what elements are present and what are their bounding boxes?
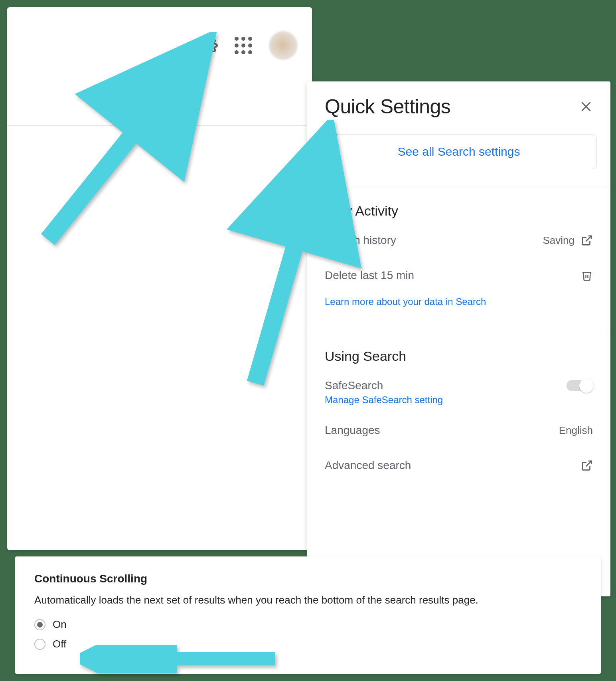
safesearch-toggle[interactable] <box>567 380 593 391</box>
languages-value: English <box>559 424 593 437</box>
header-divider <box>7 125 312 126</box>
trash-icon <box>581 269 593 282</box>
gear-icon[interactable] <box>200 37 218 54</box>
using-search-title: Using Search <box>307 333 610 368</box>
delete-last-15-row[interactable]: Delete last 15 min <box>307 258 610 293</box>
safesearch-row[interactable]: SafeSearch <box>307 368 610 394</box>
external-link-icon <box>581 459 593 471</box>
learn-more-link[interactable]: Learn more about your data in Search <box>307 293 610 315</box>
search-history-label: Search history <box>325 234 396 247</box>
languages-row[interactable]: Languages English <box>307 413 610 448</box>
advanced-search-row[interactable]: Advanced search <box>307 448 610 483</box>
svg-point-0 <box>207 43 211 48</box>
avatar[interactable] <box>269 31 298 60</box>
search-history-status: Saving <box>543 234 575 247</box>
safesearch-label: SafeSearch <box>325 379 383 392</box>
delete-last-15-label: Delete last 15 min <box>325 269 414 282</box>
search-history-row[interactable]: Search history Saving <box>307 223 610 258</box>
radio-off-label: Off <box>53 638 66 650</box>
svg-line-6 <box>586 461 592 467</box>
radio-on[interactable]: On <box>34 618 582 631</box>
languages-label: Languages <box>325 424 380 437</box>
continuous-scrolling-description: Automatically loads the next set of resu… <box>34 594 582 606</box>
radio-on-label: On <box>53 618 67 631</box>
radio-icon <box>34 639 45 650</box>
safesearch-manage-link[interactable]: Manage SafeSearch setting <box>307 394 610 413</box>
quick-settings-panel: Quick Settings See all Search settings Y… <box>307 81 610 596</box>
quick-settings-header: Quick Settings <box>307 81 610 128</box>
external-link-icon <box>581 234 593 246</box>
continuous-scrolling-card: Continuous Scrolling Automatically loads… <box>15 556 601 674</box>
close-icon[interactable] <box>579 100 593 113</box>
advanced-search-label: Advanced search <box>325 459 411 472</box>
svg-line-3 <box>586 236 592 242</box>
quick-settings-title: Quick Settings <box>325 95 450 118</box>
your-activity-title: Your Activity <box>307 188 610 223</box>
radio-icon <box>34 619 45 630</box>
header-card <box>7 7 312 550</box>
apps-icon[interactable] <box>235 37 252 54</box>
see-all-settings-button[interactable]: See all Search settings <box>321 134 597 169</box>
see-all-settings-label: See all Search settings <box>398 145 520 158</box>
radio-off[interactable]: Off <box>34 638 582 650</box>
continuous-scrolling-title: Continuous Scrolling <box>34 572 582 585</box>
header-icon-row <box>200 31 298 60</box>
